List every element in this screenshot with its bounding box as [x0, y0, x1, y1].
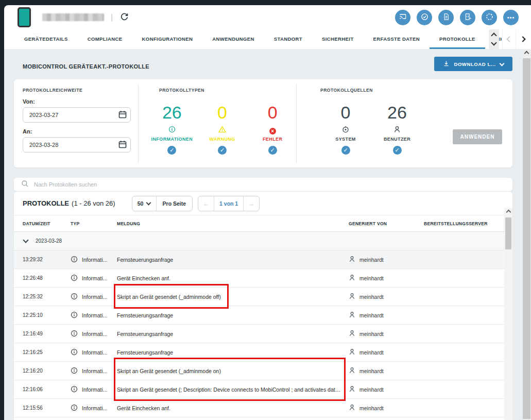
caret-down-icon — [499, 61, 504, 66]
column-header-bereitstellungsserver[interactable]: BEREITSTELLUNGSSERVER — [424, 221, 512, 226]
user-icon — [349, 256, 355, 263]
benutzer-checkbox[interactable]: ✓ — [393, 146, 402, 155]
tab-anwendungen[interactable]: ANWENDUNGEN — [202, 29, 264, 49]
logs-title: PROTOKOLLE — [23, 199, 69, 207]
informationen-checkbox[interactable]: ✓ — [167, 146, 176, 155]
to-label: An: — [23, 128, 131, 135]
row-user: meinhardt — [359, 312, 384, 318]
to-calendar-button[interactable] — [118, 140, 127, 150]
table-row[interactable]: 12:26:48Informati...Gerät Einchecken anf… — [14, 269, 512, 288]
from-date-input[interactable] — [28, 108, 113, 122]
table-row[interactable]: 12:16:25Informati...Fernsteuerungsanfrag… — [14, 343, 512, 362]
row-time: 13:29:32 — [23, 257, 71, 262]
prev-page-button[interactable]: ← — [198, 196, 214, 211]
warnung-checkbox[interactable]: ✓ — [218, 146, 227, 155]
page-indicator: 1 von 1 — [214, 196, 243, 211]
from-date-field — [23, 107, 131, 123]
chevron-right-icon — [520, 36, 525, 42]
row-type: Informati... — [82, 294, 108, 300]
fehler-checkbox[interactable]: ✓ — [268, 146, 277, 155]
check-in-button[interactable] — [417, 10, 432, 25]
page-scrollbar[interactable] — [522, 49, 531, 420]
user-icon — [349, 293, 355, 300]
from-calendar-button[interactable] — [118, 110, 127, 121]
row-message: Skript an Gerät gesendet (; Description:… — [117, 387, 349, 393]
report-button[interactable] — [438, 10, 454, 25]
info-icon — [71, 367, 78, 375]
log-sources-title: PROTOKOLLQUELLEN — [320, 88, 512, 93]
table-header: DATUM/ZEIT TYP MELDUNG GENERIERT VON BER… — [14, 215, 512, 232]
tabs-scroll-right-button[interactable] — [516, 29, 529, 49]
page-size-select[interactable]: 50 — [132, 196, 156, 211]
stat-informationen: 26 INFORMATIONEN ✓ — [148, 101, 196, 155]
protokolle-content: MOBICONTROL GERÄTEAKT.-PROTOKOLLE DOWNLO… — [4, 49, 522, 420]
system-checkbox[interactable]: ✓ — [341, 146, 350, 155]
table-row[interactable]: 12:15:56Informati...Gerät Einchecken anf… — [14, 399, 512, 417]
apply-button[interactable]: ANWENDEN — [453, 129, 502, 144]
user-icon — [349, 385, 355, 393]
tab-konfigurationen[interactable]: KONFIGURATIONEN — [132, 29, 203, 49]
table-scroll-up-button[interactable] — [504, 208, 512, 216]
column-header-generiert-von[interactable]: GENERIERT VON — [349, 221, 424, 226]
table-scrollbar[interactable] — [504, 208, 512, 420]
page-scrollbar-thumb[interactable] — [523, 58, 530, 419]
next-page-button[interactable]: → — [244, 196, 259, 211]
table-row[interactable]: 12:25:10Informati...Fernsteuerungsanfrag… — [14, 306, 512, 325]
column-header-meldung[interactable]: MELDUNG — [117, 221, 349, 226]
fehler-count: 0 — [249, 101, 296, 124]
table-row[interactable]: 12:25:32Informati...Skript an Gerät gese… — [14, 288, 512, 306]
send-script-button[interactable] — [460, 10, 475, 25]
table-row[interactable]: 12:16:49Informati...Fernsteuerungsanfrag… — [14, 325, 512, 343]
tab-geraetedetails[interactable]: GERÄTEDETAILS — [14, 29, 78, 49]
log-type-stats: 26 INFORMATIONEN ✓ 0 WARNUNG ✓ — [148, 101, 296, 155]
warnung-count: 0 — [199, 101, 246, 124]
more-icon: ••• — [507, 14, 515, 21]
info-icon — [71, 348, 78, 357]
tab-compliance[interactable]: COMPLIANCE — [78, 29, 132, 49]
row-time: 12:25:10 — [23, 312, 71, 318]
info-icon — [71, 293, 78, 301]
table-rows: 13:29:32Informati...Fernsteuerungsanfrag… — [14, 250, 512, 417]
info-icon — [148, 126, 196, 135]
table-row-partial[interactable] — [14, 417, 512, 420]
page-scroll-up-button[interactable] — [522, 49, 531, 58]
informationen-count: 26 — [148, 101, 196, 124]
remote-control-button[interactable] — [395, 10, 410, 25]
tab-scrollbar[interactable] — [489, 29, 499, 49]
row-user: meinhardt — [359, 349, 384, 356]
pagination-control: ← 1 von 1 → — [198, 196, 260, 211]
info-icon — [71, 311, 78, 320]
logs-toolbar: PROTOKOLLE (1 - 26 von 26) 50 Pro Seite … — [14, 192, 512, 215]
calendar-icon — [118, 113, 127, 121]
table-scrollbar-thumb[interactable] — [505, 217, 511, 249]
tab-sicherheit[interactable]: SICHERHEIT — [312, 29, 364, 49]
tab-erfasste-daten[interactable]: ERFASSTE DATEN — [364, 29, 430, 49]
table-row[interactable]: 12:16:06Informati...Skript an Gerät gese… — [14, 380, 512, 399]
tab-standort[interactable]: STANDORT — [264, 29, 312, 49]
download-logs-button[interactable]: DOWNLOAD L... — [434, 57, 512, 71]
tab-protokolle[interactable]: PROTOKOLLE — [430, 29, 485, 49]
user-icon — [349, 367, 355, 375]
row-time: 12:16:49 — [23, 331, 71, 337]
device-action-buttons: ••• — [395, 10, 519, 25]
column-header-datum-zeit[interactable]: DATUM/ZEIT — [23, 221, 71, 226]
search-input[interactable] — [33, 181, 512, 188]
tabs-scroll-left-button[interactable] — [502, 29, 516, 49]
table-row[interactable]: 12:16:20Informati...Skript an Gerät gese… — [14, 362, 512, 380]
chevron-left-icon — [506, 36, 512, 42]
group-date: 2023-03-28 — [36, 238, 62, 244]
restart-button[interactable] — [482, 10, 497, 25]
more-actions-button[interactable]: ••• — [503, 10, 519, 25]
filter-card: PROTOKOLLREICHWEITE Von: An: — [14, 79, 512, 167]
row-time: 12:26:48 — [23, 275, 71, 281]
refresh-button[interactable] — [118, 11, 130, 24]
row-type: Informati... — [82, 349, 108, 356]
chevron-up-icon — [506, 209, 511, 214]
column-header-typ[interactable]: TYP — [71, 221, 117, 226]
chevron-up-icon — [524, 51, 529, 56]
table-row[interactable]: 13:29:32Informati...Fernsteuerungsanfrag… — [14, 250, 512, 269]
date-group-row[interactable]: 2023-03-28 — [14, 232, 512, 250]
search-bar — [14, 178, 512, 191]
row-user: meinhardt — [359, 331, 384, 337]
to-date-input[interactable] — [28, 138, 113, 152]
